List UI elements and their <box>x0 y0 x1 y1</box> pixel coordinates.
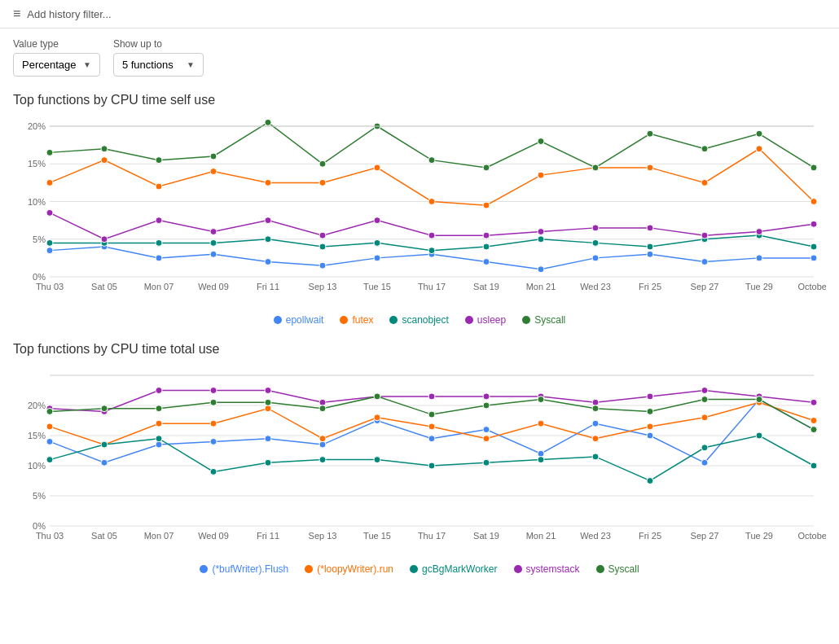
legend-label: Syscall <box>534 314 565 326</box>
legend-dot <box>514 565 522 573</box>
legend-dot <box>596 565 604 573</box>
legend-item: (*bufWriter).Flush <box>200 563 288 575</box>
legend-label: (*loopyWriter).run <box>317 563 393 575</box>
legend-dot <box>389 316 398 324</box>
legend-label: scanobject <box>402 314 448 326</box>
legend-item: Syscall <box>596 563 639 575</box>
chart2-canvas <box>13 363 826 559</box>
chart1-section: Top functions by CPU time self use epoll… <box>0 86 839 335</box>
legend-item: systemstack <box>514 563 580 575</box>
chart2-section: Top functions by CPU time total use (*bu… <box>0 335 839 585</box>
legend-dot <box>200 565 208 573</box>
legend-label: futex <box>352 314 373 326</box>
show-up-to-select[interactable]: 5 functions 10 functions 15 functions 20… <box>122 59 180 71</box>
legend-dot <box>305 565 313 573</box>
legend-item: Syscall <box>522 314 565 326</box>
legend-item: scanobject <box>389 314 448 326</box>
legend-label: systemstack <box>526 563 580 575</box>
legend-item: (*loopyWriter).run <box>305 563 393 575</box>
chart2-title: Top functions by CPU time total use <box>13 342 826 357</box>
legend-item: epollwait <box>274 314 324 326</box>
legend-dot <box>465 316 473 324</box>
legend-item: gcBgMarkWorker <box>410 563 497 575</box>
legend-label: usleep <box>477 314 506 326</box>
chart1-canvas <box>13 114 826 309</box>
controls-bar: Value type Percentage Absolute ▼ Show up… <box>0 28 839 86</box>
chart2-legend: (*bufWriter).Flush(*loopyWriter).rungcBg… <box>13 559 826 585</box>
legend-dot <box>410 565 418 573</box>
show-up-to-group: Show up to 5 functions 10 functions 15 f… <box>113 38 204 77</box>
value-type-select[interactable]: Percentage Absolute <box>22 59 77 71</box>
legend-dot <box>522 316 530 324</box>
legend-label: epollwait <box>286 314 324 326</box>
legend-label: Syscall <box>608 563 639 575</box>
show-up-to-arrow-icon: ▼ <box>187 60 195 69</box>
legend-label: gcBgMarkWorker <box>422 563 497 575</box>
legend-label: (*bufWriter).Flush <box>212 563 288 575</box>
value-type-label: Value type <box>13 38 100 50</box>
chart1-legend: epollwaitfutexscanobjectusleepSyscall <box>13 309 826 335</box>
legend-dot <box>274 316 282 324</box>
value-type-group: Value type Percentage Absolute ▼ <box>13 38 100 77</box>
show-up-to-label: Show up to <box>113 38 204 50</box>
toolbar: ≡ Add history filter... <box>0 0 839 28</box>
legend-item: futex <box>340 314 373 326</box>
chart1-title: Top functions by CPU time self use <box>13 93 826 107</box>
value-type-select-wrapper[interactable]: Percentage Absolute ▼ <box>13 53 100 77</box>
filter-placeholder: Add history filter... <box>27 8 111 20</box>
legend-item: usleep <box>465 314 506 326</box>
show-up-to-select-wrapper[interactable]: 5 functions 10 functions 15 functions 20… <box>113 53 204 77</box>
filter-icon: ≡ <box>13 7 20 21</box>
value-type-arrow-icon: ▼ <box>83 60 91 69</box>
legend-dot <box>340 316 348 324</box>
